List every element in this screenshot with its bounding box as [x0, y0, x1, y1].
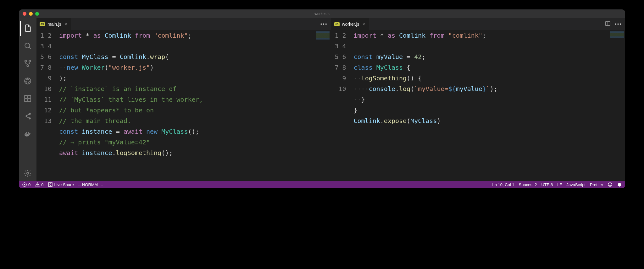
vim-mode-label: -- NORMAL -- [78, 182, 103, 187]
gutter-left: 1 2 3 4 5 6 7 8 9 10 11 12 13 [36, 30, 59, 181]
more-icon[interactable]: ••• [320, 21, 328, 27]
source-control-icon[interactable] [20, 56, 35, 71]
minimize-window-button[interactable] [29, 12, 33, 16]
activity-bar [19, 18, 36, 181]
body-row: JS main.js × ••• 1 2 3 4 5 6 7 8 9 10 11… [19, 18, 625, 181]
window-title: worker.js [314, 12, 329, 16]
vscode-window: worker.js [19, 9, 625, 188]
close-window-button[interactable] [23, 12, 26, 16]
close-icon[interactable]: × [64, 22, 68, 27]
editor-left[interactable]: 1 2 3 4 5 6 7 8 9 10 11 12 13 import * a… [36, 30, 331, 181]
tab-actions-left: ••• [317, 18, 331, 30]
liveshare-icon[interactable] [20, 109, 35, 124]
status-bar: 0 0 Live Share -- NORMAL -- Ln 10, Col 1… [19, 181, 625, 188]
svg-rect-6 [25, 99, 27, 102]
tabbar-right: JS worker.js × ••• [331, 18, 625, 30]
indentation-label: Spaces: 2 [519, 182, 537, 187]
status-indentation[interactable]: Spaces: 2 [519, 182, 537, 187]
gutter-right: 1 2 3 4 5 6 7 8 9 10 [331, 30, 354, 181]
tab-label: main.js [47, 22, 61, 27]
status-cursor-position[interactable]: Ln 10, Col 1 [492, 182, 514, 187]
js-file-icon: JS [40, 22, 45, 26]
eol-label: LF [557, 182, 562, 187]
search-icon[interactable] [20, 38, 35, 53]
status-warnings[interactable]: 0 [35, 182, 43, 187]
svg-point-2 [29, 60, 31, 62]
editor-group-right: JS worker.js × ••• 1 2 3 4 5 6 7 8 9 10 … [331, 18, 625, 181]
svg-rect-8 [28, 95, 31, 98]
status-feedback-icon[interactable] [608, 182, 613, 187]
status-vim-mode: -- NORMAL -- [78, 182, 103, 187]
minimap-left[interactable] [314, 30, 331, 181]
editor-area: JS main.js × ••• 1 2 3 4 5 6 7 8 9 10 11… [36, 18, 625, 181]
close-icon[interactable]: × [362, 22, 366, 27]
status-notifications-icon[interactable] [617, 182, 622, 187]
svg-point-9 [27, 172, 29, 175]
code-right[interactable]: import * as Comlink from "comlink"; cons… [354, 30, 609, 181]
explorer-icon[interactable] [20, 21, 35, 36]
extensions-icon[interactable] [20, 91, 35, 106]
warning-count: 0 [41, 182, 43, 187]
status-liveshare[interactable]: Live Share [48, 182, 74, 187]
traffic-lights [19, 12, 39, 16]
svg-point-3 [27, 65, 28, 67]
more-icon[interactable]: ••• [615, 21, 622, 27]
split-editor-icon[interactable] [605, 21, 610, 27]
titlebar: worker.js [19, 9, 625, 18]
tab-label: worker.js [342, 22, 359, 27]
debug-icon[interactable] [20, 73, 35, 89]
tab-actions-right: ••• [602, 18, 625, 30]
encoding-label: UTF-8 [541, 182, 553, 187]
status-language[interactable]: JavaScript [566, 182, 586, 187]
svg-rect-7 [28, 99, 31, 102]
svg-rect-5 [25, 95, 27, 98]
js-file-icon: JS [334, 22, 340, 26]
error-count: 0 [28, 182, 31, 187]
minimap-right[interactable] [609, 30, 625, 181]
docker-icon[interactable] [20, 126, 35, 141]
status-eol[interactable]: LF [557, 182, 562, 187]
tab-worker-js[interactable]: JS worker.js × [331, 18, 369, 30]
code-left[interactable]: import * as Comlink from "comlink"; cons… [59, 30, 314, 181]
svg-rect-13 [48, 183, 52, 186]
svg-point-1 [25, 60, 26, 62]
cursor-position: Ln 10, Col 1 [492, 182, 514, 187]
status-errors[interactable]: 0 [22, 182, 31, 187]
maximize-window-button[interactable] [35, 12, 39, 16]
editor-group-left: JS main.js × ••• 1 2 3 4 5 6 7 8 9 10 11… [36, 18, 331, 181]
tab-main-js[interactable]: JS main.js × [36, 18, 71, 30]
language-label: JavaScript [566, 182, 586, 187]
tabbar-left: JS main.js × ••• [36, 18, 331, 30]
liveshare-label: Live Share [54, 182, 74, 187]
formatter-label: Prettier [590, 182, 603, 187]
svg-point-14 [608, 183, 612, 186]
settings-gear-icon[interactable] [20, 166, 35, 181]
editor-right[interactable]: 1 2 3 4 5 6 7 8 9 10 import * as Comlink… [331, 30, 625, 181]
status-formatter[interactable]: Prettier [590, 182, 603, 187]
status-encoding[interactable]: UTF-8 [541, 182, 553, 187]
svg-point-0 [25, 43, 30, 48]
